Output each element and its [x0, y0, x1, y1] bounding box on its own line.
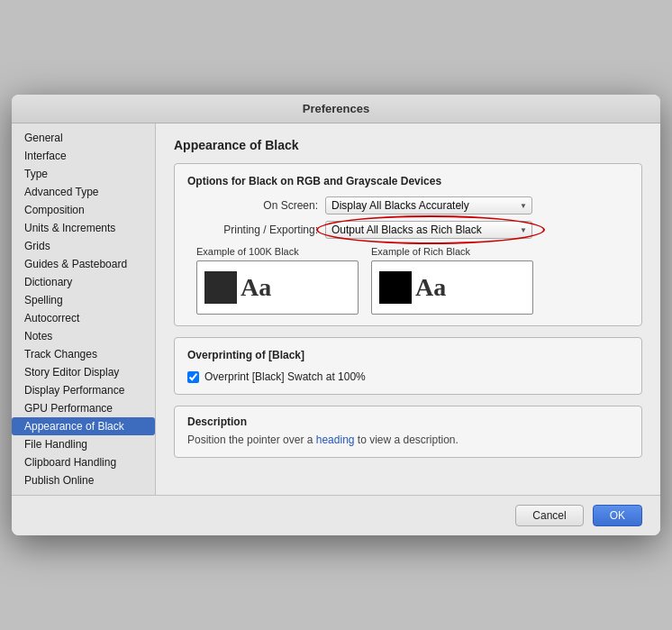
- overprint-checkbox[interactable]: [187, 371, 199, 383]
- sidebar-item-clipboard-handling[interactable]: Clipboard Handling: [12, 453, 155, 471]
- description-link[interactable]: heading: [316, 434, 355, 446]
- black-square-rich: [379, 271, 412, 304]
- example-100k-box: Example of 100K Black Aa: [196, 246, 359, 315]
- sidebar-item-grids[interactable]: Grids: [12, 237, 155, 255]
- example-rich-box: Example of Rich Black Aa: [371, 246, 533, 315]
- example-rich-preview: Aa: [371, 260, 533, 315]
- page-title: Appearance of Black: [174, 138, 642, 152]
- sidebar-item-autocorrect[interactable]: Autocorrect: [12, 309, 155, 327]
- dialog-title: Preferences: [303, 102, 369, 115]
- printing-select[interactable]: Output All Blacks Accurately Output All …: [325, 221, 532, 239]
- sidebar-item-advanced-type[interactable]: Advanced Type: [12, 183, 155, 201]
- description-panel: Description Position the pointer over a …: [174, 406, 642, 458]
- title-bar: Preferences: [12, 95, 660, 123]
- overprint-checkbox-row: Overprint [Black] Swatch at 100%: [187, 370, 629, 383]
- black-square-100k: [204, 271, 237, 304]
- sidebar-item-guides-pasteboard[interactable]: Guides & Pasteboard: [12, 255, 155, 273]
- description-text: Position the pointer over a heading to v…: [187, 433, 629, 448]
- sidebar-item-units-increments[interactable]: Units & Increments: [12, 219, 155, 237]
- ok-button[interactable]: OK: [593, 505, 642, 526]
- sidebar-item-file-handling[interactable]: File Handling: [12, 435, 155, 453]
- on-screen-select-wrapper: Display All Blacks Accurately Display Al…: [325, 196, 532, 215]
- printing-label: Printing / Exporting:: [187, 224, 318, 236]
- main-content: Appearance of Black Options for Black on…: [156, 123, 660, 495]
- on-screen-row: On Screen: Display All Blacks Accurately…: [187, 196, 629, 215]
- sidebar-item-gpu-performance[interactable]: GPU Performance: [12, 399, 155, 417]
- overprinting-title: Overprinting of [Black]: [187, 349, 629, 361]
- examples-row: Example of 100K Black Aa Example of Rich…: [187, 246, 629, 315]
- sidebar-item-general[interactable]: General: [12, 129, 155, 147]
- sidebar-item-publish-online[interactable]: Publish Online: [12, 471, 155, 489]
- sidebar-item-track-changes[interactable]: Track Changes: [12, 345, 155, 363]
- sidebar-item-interface[interactable]: Interface: [12, 147, 155, 165]
- dialog-footer: Cancel OK: [12, 495, 660, 535]
- cancel-button[interactable]: Cancel: [515, 505, 583, 526]
- on-screen-select[interactable]: Display All Blacks Accurately Display Al…: [325, 196, 532, 215]
- preferences-dialog: Preferences GeneralInterfaceTypeAdvanced…: [12, 95, 660, 535]
- sidebar-item-composition[interactable]: Composition: [12, 201, 155, 219]
- dialog-body: GeneralInterfaceTypeAdvanced TypeComposi…: [12, 123, 660, 495]
- options-panel-title: Options for Black on RGB and Grayscale D…: [187, 175, 629, 187]
- sidebar-item-story-editor-display[interactable]: Story Editor Display: [12, 363, 155, 381]
- example-rich-text: Aa: [415, 273, 446, 302]
- printing-row: Printing / Exporting: Output All Blacks …: [187, 221, 629, 239]
- description-title: Description: [187, 415, 629, 428]
- printing-select-wrapper: Output All Blacks Accurately Output All …: [325, 221, 532, 239]
- overprinting-panel: Overprinting of [Black] Overprint [Black…: [174, 337, 642, 395]
- overprint-checkbox-label: Overprint [Black] Swatch at 100%: [204, 370, 366, 383]
- example-rich-label: Example of Rich Black: [371, 246, 470, 257]
- sidebar-item-notes[interactable]: Notes: [12, 327, 155, 345]
- example-100k-preview: Aa: [196, 260, 359, 315]
- sidebar-item-type[interactable]: Type: [12, 165, 155, 183]
- example-100k-label: Example of 100K Black: [196, 246, 299, 257]
- sidebar-item-appearance-of-black[interactable]: Appearance of Black: [12, 417, 155, 435]
- sidebar: GeneralInterfaceTypeAdvanced TypeComposi…: [12, 123, 156, 495]
- sidebar-item-display-performance[interactable]: Display Performance: [12, 381, 155, 399]
- sidebar-item-spelling[interactable]: Spelling: [12, 291, 155, 309]
- options-panel: Options for Black on RGB and Grayscale D…: [174, 163, 642, 326]
- on-screen-label: On Screen:: [187, 199, 318, 212]
- sidebar-item-dictionary[interactable]: Dictionary: [12, 273, 155, 291]
- example-100k-text: Aa: [241, 273, 271, 302]
